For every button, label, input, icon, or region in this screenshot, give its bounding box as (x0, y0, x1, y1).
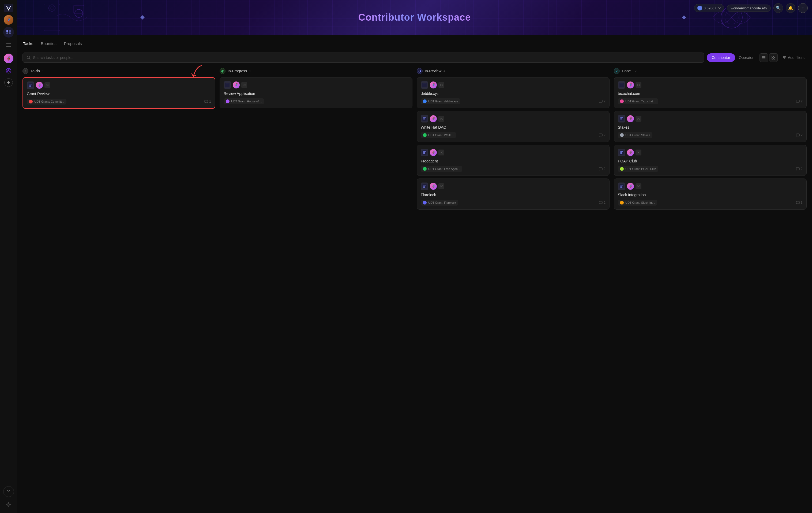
page-title: Contributor Workspace (358, 12, 471, 23)
card-comments-white-hat: 2 (599, 133, 606, 137)
svg-rect-54 (796, 100, 800, 102)
app-logo[interactable] (4, 3, 13, 13)
tag-dot-texochat (620, 100, 624, 103)
search-button[interactable]: 🔍 (774, 3, 783, 13)
view-toggle (759, 53, 778, 62)
task-card-grant-review[interactable]: 🦸 Grant Review UDT Grants Committ.. (23, 77, 215, 109)
column-count-done: 12 (633, 69, 636, 73)
tab-bounties[interactable]: Bounties (40, 39, 57, 48)
card-avatar-1-grant-review: 🦸 (36, 82, 43, 89)
column-title-todo: To-do (31, 69, 40, 73)
svg-rect-25 (772, 58, 773, 59)
list-view-button[interactable] (759, 53, 768, 62)
task-card-freeagent[interactable]: 🦸 Freeagent UDT Grant: Free Agen... (417, 145, 610, 176)
svg-rect-23 (772, 56, 773, 57)
username-text: wonderwomancode.eth (731, 6, 767, 10)
svg-point-13 (49, 5, 55, 11)
card-title-white-hat: White Hat DAO (421, 125, 606, 130)
card-title-texochat: texochat.com (618, 91, 803, 96)
sidebar-item-help[interactable]: ? (3, 486, 14, 497)
task-card-stakes[interactable]: 🦸 Stakes UDT Grant: Stakes (614, 111, 807, 142)
column-inreview: ◑ In-Review 4 🦸 (417, 68, 610, 212)
sidebar-add-button[interactable]: + (4, 78, 13, 87)
notifications-button[interactable]: 🔔 (786, 3, 795, 13)
chevron-down-icon (718, 7, 721, 9)
sidebar-item-settings[interactable] (3, 499, 14, 510)
card-footer-review-application: UDT Grant: House of ... (224, 98, 408, 104)
card-logo-slack (618, 183, 625, 190)
user-avatar-2[interactable]: 🦸 (4, 54, 13, 63)
card-avatars-flarelock: 🦸 (421, 183, 606, 190)
username-badge[interactable]: wonderwomancode.eth (727, 5, 771, 12)
svg-rect-66 (796, 201, 800, 204)
svg-rect-46 (599, 167, 602, 170)
card-title-grant-review: Grant Review (27, 92, 211, 96)
card-tag-review-application: UDT Grant: House of ... (224, 98, 264, 104)
circuit-decoration-left (38, 0, 92, 35)
inprogress-status-icon: ◐ (220, 68, 226, 74)
tag-text-texochat: UDT Grant: Texochat ... (625, 100, 656, 103)
card-tag-poap: UDT Grant: POAP Club (618, 166, 658, 172)
card-logo-poap (618, 149, 625, 156)
card-logo-debble (421, 81, 428, 89)
task-card-texochat[interactable]: 🦸 texochat.com UDT Grant: Texochat (614, 77, 807, 108)
comment-icon-flarelock (599, 201, 603, 204)
card-avatar-debble: 🦸 (430, 81, 437, 88)
card-tag-stakes: UDT Grant: Stakes (618, 132, 652, 138)
card-visibility-icon-slack (636, 183, 641, 189)
card-visibility-icon-debble (438, 82, 444, 88)
tag-dot-slack (620, 201, 624, 205)
sidebar-bottom: ? (3, 486, 14, 510)
operator-button[interactable]: Operator (738, 53, 755, 62)
task-card-white-hat-dao[interactable]: 🦸 White Hat DAO UDT Grant: White... (417, 111, 610, 142)
comment-count-freeagent: 2 (604, 167, 606, 171)
sidebar-item-target[interactable] (3, 65, 14, 76)
comment-count-debble: 2 (604, 100, 606, 103)
comment-icon-poap (796, 167, 800, 170)
tag-dot-flarelock (423, 201, 427, 205)
contributor-button[interactable]: Contributor (707, 53, 735, 62)
add-filters-button[interactable]: Add filters (780, 53, 807, 62)
card-footer-poap: UDT Grant: POAP Club 2 (618, 166, 803, 172)
tab-tasks[interactable]: Tasks (23, 39, 34, 48)
card-title-poap: POAP Club (618, 159, 803, 163)
tag-text-slack: UDT Grant: Slack-Int... (625, 201, 655, 204)
tag-dot-poap (620, 167, 624, 171)
card-tag-slack: UDT Grant: Slack-Int... (618, 200, 657, 206)
card-title-stakes: Stakes (618, 125, 803, 130)
svg-rect-50 (599, 201, 602, 204)
user-avatar[interactable]: 🦸 (4, 15, 13, 25)
task-card-flarelock[interactable]: 🦸 Flarelock UDT Grant: Flarelock (417, 179, 610, 210)
search-icon (27, 55, 31, 60)
task-card-slack-integration[interactable]: 🦸 Slack Integration UDT Grant: Slac (614, 179, 807, 210)
card-logo-stakes (618, 115, 625, 123)
card-avatar-texochat: 🦸 (627, 81, 634, 88)
task-card-review-application[interactable]: 🦸 Review Application UDT Grant: Hou (220, 77, 412, 108)
sidebar-item-layers[interactable] (3, 40, 14, 50)
eth-balance-badge[interactable]: Ξ 0.02667 (694, 4, 724, 12)
search-container[interactable]: Search tasks or people... (23, 53, 704, 63)
card-avatars-texochat: 🦸 (618, 81, 803, 89)
grid-view-button[interactable] (769, 53, 778, 62)
card-avatar-slack: 🦸 (627, 183, 634, 190)
svg-rect-42 (599, 134, 602, 136)
card-title-flarelock: Flarelock (421, 193, 606, 197)
tabs: Tasks Bounties Proposals (23, 35, 807, 48)
card-title-review-application: Review Application (224, 91, 408, 96)
comment-icon-slack (796, 201, 800, 204)
add-button[interactable]: + (798, 3, 808, 13)
card-visibility-icon-white-hat (438, 116, 444, 122)
task-card-poap-club[interactable]: 🦸 POAP Club UDT Grant: POAP Club (614, 145, 807, 176)
svg-point-11 (8, 504, 9, 505)
card-avatars-stakes: 🦸 (618, 115, 803, 123)
svg-rect-32 (205, 100, 208, 103)
card-avatar-1-review-application: 🦸 (233, 81, 240, 88)
card-comments-flarelock: 2 (599, 201, 606, 205)
svg-point-31 (47, 85, 48, 86)
main-content: Ξ 0.02667 wonderwomancode.eth 🔍 🔔 + (17, 0, 812, 513)
tag-dot-review-application (226, 100, 230, 103)
tab-proposals[interactable]: Proposals (63, 39, 83, 48)
card-logo-flarelock (421, 183, 428, 190)
sidebar-item-dashboard[interactable] (3, 27, 14, 37)
task-card-debble-xyz[interactable]: 🦸 debble.xyz UDT Grant: debble.xyz (417, 77, 610, 108)
